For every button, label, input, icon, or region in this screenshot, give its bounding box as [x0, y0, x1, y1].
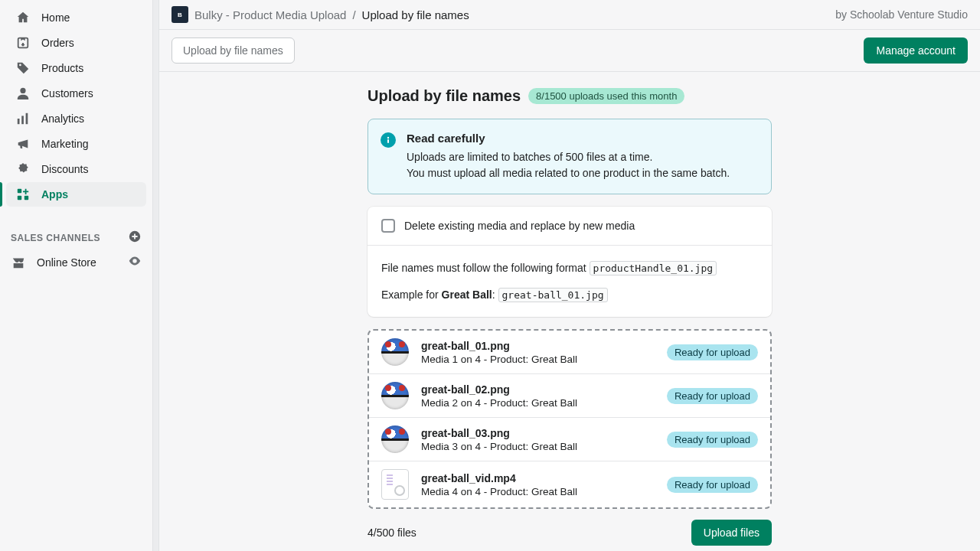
- file-status-badge: Ready for upload: [667, 344, 758, 360]
- manage-account-button[interactable]: Manage account: [864, 37, 968, 64]
- format-example-prefix: Example for: [381, 289, 442, 301]
- info-icon: [381, 132, 396, 148]
- tab-upload-by-file-names[interactable]: Upload by file names: [172, 37, 295, 64]
- file-name: great-ball_03.png: [421, 427, 655, 439]
- replace-media-label: Delete existing media and replace by new…: [404, 220, 635, 232]
- orders-icon: [15, 35, 31, 51]
- replace-media-checkbox[interactable]: [381, 219, 395, 233]
- svg-rect-2: [18, 119, 20, 124]
- usage-badge: 8/1500 uploads used this month: [528, 88, 684, 104]
- sidebar-item-label: Orders: [41, 37, 74, 49]
- file-row: great-ball_vid.mp4 Media 4 on 4 - Produc…: [369, 461, 770, 507]
- footer-row: 4/500 files Upload files: [368, 520, 772, 546]
- sidebar-item-label: Customers: [41, 87, 93, 99]
- sidebar-item-home[interactable]: Home: [6, 5, 146, 30]
- actionbar: Upload by file names Manage account: [159, 30, 980, 72]
- topbar: B Bulky - Product Media Upload / Upload …: [159, 0, 980, 30]
- sidebar: Home Orders Products Customers: [0, 0, 153, 551]
- sidebar-item-customers[interactable]: Customers: [6, 81, 146, 106]
- sales-channels-heading: SALES CHANNELS: [0, 223, 152, 249]
- file-count: 4/500 files: [368, 527, 416, 539]
- upload-files-button[interactable]: Upload files: [691, 520, 772, 546]
- svg-rect-7: [18, 196, 21, 200]
- svg-rect-4: [26, 113, 28, 124]
- file-thumbnail: [381, 425, 409, 453]
- svg-point-9: [387, 137, 389, 139]
- file-thumbnail: [381, 382, 409, 409]
- file-thumbnail: [381, 469, 409, 500]
- file-subtitle: Media 4 on 4 - Product: Great Ball: [421, 486, 655, 497]
- file-thumbnail: [381, 338, 409, 366]
- svg-rect-10: [387, 139, 389, 143]
- home-icon: [15, 10, 31, 25]
- format-code: productHandle_01.jpg: [590, 261, 717, 276]
- file-subtitle: Media 2 on 4 - Product: Great Ball: [421, 397, 655, 409]
- megaphone-icon: [15, 136, 31, 152]
- breadcrumb: B Bulky - Product Media Upload / Upload …: [172, 6, 469, 23]
- channel-item-label: Online Store: [37, 256, 96, 269]
- person-icon: [15, 86, 31, 101]
- sidebar-item-analytics[interactable]: Analytics: [6, 106, 146, 131]
- svg-point-1: [20, 88, 25, 93]
- svg-rect-5: [18, 189, 21, 193]
- options-card: Delete existing media and replace by new…: [368, 207, 772, 317]
- byline: by Schoolab Venture Studio: [835, 8, 968, 21]
- analytics-icon: [15, 111, 31, 126]
- file-name: great-ball_vid.mp4: [421, 472, 655, 484]
- svg-rect-6: [24, 196, 28, 200]
- view-store-icon[interactable]: [128, 254, 142, 270]
- sidebar-item-orders[interactable]: Orders: [6, 31, 146, 55]
- sidebar-item-label: Apps: [41, 188, 68, 201]
- section-heading-label: SALES CHANNELS: [11, 233, 100, 243]
- info-title: Read carefully: [407, 132, 730, 145]
- breadcrumb-current: Upload by file names: [362, 8, 469, 21]
- add-channel-icon[interactable]: [128, 230, 142, 246]
- file-row: great-ball_03.png Media 3 on 4 - Product…: [369, 418, 770, 461]
- sidebar-item-label: Analytics: [41, 112, 84, 125]
- sidebar-item-label: Discounts: [41, 163, 88, 175]
- file-name: great-ball_02.png: [421, 383, 655, 396]
- main: B Bulky - Product Media Upload / Upload …: [159, 0, 980, 551]
- store-icon: [11, 255, 26, 270]
- svg-rect-3: [21, 116, 24, 124]
- info-body: Uploads are limited to batches of 500 fi…: [407, 149, 730, 181]
- file-status-badge: Ready for upload: [667, 388, 758, 404]
- format-intro: File names must follow the following for…: [381, 262, 590, 274]
- channel-item-online-store[interactable]: Online Store: [0, 249, 152, 275]
- file-name: great-ball_01.png: [421, 340, 655, 352]
- file-dropzone[interactable]: great-ball_01.png Media 1 on 4 - Product…: [368, 329, 772, 509]
- file-row: great-ball_02.png Media 2 on 4 - Product…: [369, 374, 770, 418]
- file-subtitle: Media 1 on 4 - Product: Great Ball: [421, 354, 655, 365]
- format-example-suffix: :: [492, 289, 498, 301]
- sidebar-item-marketing[interactable]: Marketing: [6, 132, 146, 156]
- breadcrumb-app[interactable]: Bulky - Product Media Upload: [194, 8, 346, 21]
- sidebar-item-label: Home: [41, 11, 70, 24]
- breadcrumb-separator: /: [352, 8, 355, 21]
- tag-icon: [15, 60, 31, 76]
- format-example-product: Great Ball: [442, 289, 492, 301]
- sidebar-item-products[interactable]: Products: [6, 56, 146, 80]
- page-title: Upload by file names: [368, 87, 521, 105]
- sidebar-item-apps[interactable]: Apps: [6, 182, 146, 207]
- file-status-badge: Ready for upload: [667, 477, 758, 493]
- app-logo: B: [172, 6, 188, 23]
- format-example-code: great-ball_01.jpg: [498, 288, 608, 302]
- discount-icon: [15, 161, 31, 177]
- apps-icon: [15, 187, 31, 202]
- sidebar-item-label: Products: [41, 62, 83, 74]
- sidebar-item-discounts[interactable]: Discounts: [6, 157, 146, 181]
- resize-divider[interactable]: [153, 0, 159, 551]
- file-row: great-ball_01.png Media 1 on 4 - Product…: [369, 331, 770, 374]
- file-status-badge: Ready for upload: [667, 432, 758, 448]
- info-banner: Read carefully Uploads are limited to ba…: [368, 119, 772, 194]
- page-heading: Upload by file names 8/1500 uploads used…: [368, 87, 772, 105]
- sidebar-item-label: Marketing: [41, 138, 88, 150]
- file-subtitle: Media 3 on 4 - Product: Great Ball: [421, 441, 655, 452]
